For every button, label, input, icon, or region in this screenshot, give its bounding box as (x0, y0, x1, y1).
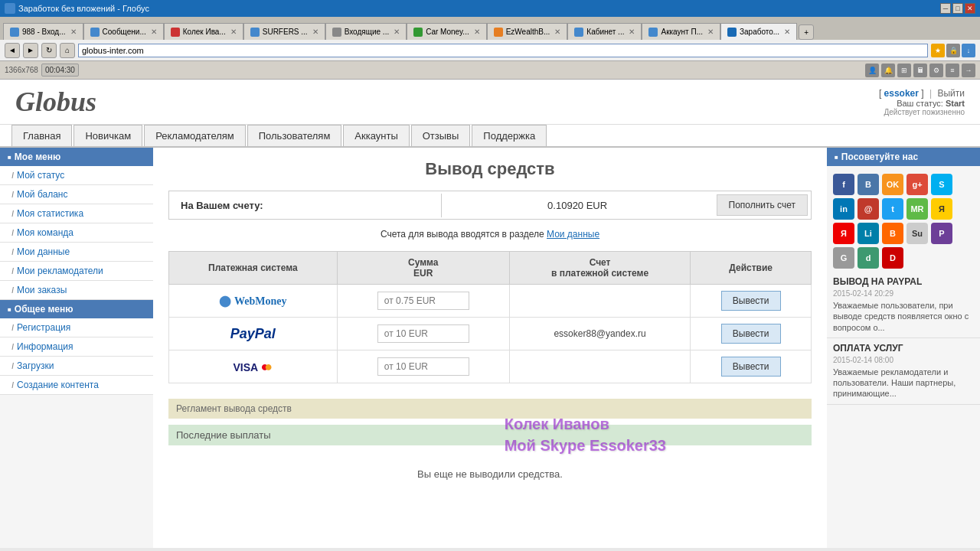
main-content: Вывод средств На Вашем счету: 0.10920 EU… (153, 148, 827, 548)
main-layout: Мое меню Мой статус Мой баланс Моя стати… (0, 148, 980, 548)
table-row-visa: VISA ●● Вывести (169, 350, 812, 383)
payment-system-paypal: PayPal (169, 318, 338, 350)
amount-input-paypal[interactable] (377, 324, 469, 343)
user-icon: 👤 (865, 64, 879, 77)
regulations-section[interactable]: Регламент вывода средств (168, 399, 812, 419)
tab-ezwealth[interactable]: EzWealthB...✕ (487, 23, 568, 40)
calc-icon: 🖩 (913, 64, 927, 77)
amount-input-visa[interactable] (377, 357, 469, 376)
sidebar-item-stats[interactable]: Моя статистика (0, 204, 153, 223)
withdraw-button-visa[interactable]: Вывести (721, 357, 781, 377)
tab-surfers[interactable]: SURFERS ...✕ (243, 23, 325, 40)
tab-account[interactable]: Аккаунт П...✕ (642, 23, 720, 40)
blogger-icon[interactable]: B (882, 223, 903, 244)
amount-cell-visa (337, 350, 509, 383)
tab-inbox[interactable]: Входящие ...✕ (325, 23, 407, 40)
nav-home[interactable]: Главная (11, 125, 72, 146)
payment-system-visa: VISA ●● (169, 350, 338, 383)
toolbar-icons: ★ 🔒 ↓ (931, 44, 975, 57)
stumble-icon[interactable]: Su (906, 223, 928, 244)
skype-icon[interactable]: S (931, 174, 952, 195)
news-services: ОПЛАТА УСЛУГ 2015-02-14 08:00 Уважаемые … (827, 338, 980, 405)
mymail-icon[interactable]: MR (906, 198, 928, 220)
table-row-paypal: PayPal essoker88@yandex.ru Вывести (169, 318, 812, 350)
yandex-icon[interactable]: Я (931, 198, 952, 220)
twitter-icon[interactable]: t (882, 198, 903, 220)
withdraw-button-paypal[interactable]: Вывести (721, 324, 781, 344)
sidebar-item-team[interactable]: Моя команда (0, 223, 153, 243)
menu-icon[interactable]: ≡ (946, 64, 959, 77)
sidebar-item-balance[interactable]: Мой баланс (0, 185, 153, 204)
vkontakte-icon[interactable]: В (858, 174, 879, 195)
th-action: Действие (691, 252, 812, 285)
bookmark-star-icon[interactable]: ★ (931, 44, 945, 57)
tab-carmoney[interactable]: Car Money...✕ (407, 23, 487, 40)
title-bar-buttons: ─ □ ✕ (940, 3, 975, 14)
webmoney-logo: ⬤ WebMoney (219, 295, 286, 307)
username-display: essoker (884, 88, 919, 99)
sidebar-item-create-content[interactable]: Создание контента (0, 376, 153, 395)
download-icon[interactable]: ↓ (962, 44, 975, 57)
alert-icon: 🔔 (881, 64, 895, 77)
nav-newbies[interactable]: Новичкам (74, 125, 142, 146)
digg-icon[interactable]: D (882, 247, 903, 269)
refill-button[interactable]: Пополнить счет (717, 194, 808, 216)
tab-cabinet[interactable]: Кабинет ...✕ (567, 23, 642, 40)
forward-button[interactable]: ► (23, 43, 38, 58)
balance-label: На Вашем счету: (169, 194, 442, 217)
address-input[interactable] (78, 44, 928, 57)
account-cell-visa (509, 350, 691, 383)
reload-button[interactable]: ↻ (41, 43, 57, 58)
my-data-link[interactable]: Мои данные (547, 229, 599, 240)
google-plus-icon[interactable]: g+ (906, 174, 928, 195)
minimize-button[interactable]: ─ (940, 3, 951, 14)
lock-icon: 🔒 (946, 44, 960, 57)
nav-advertisers[interactable]: Рекламодателям (144, 125, 246, 146)
sidebar-item-downloads[interactable]: Загрузки (0, 357, 153, 376)
tab-kolek[interactable]: Колек Ива...✕ (164, 23, 243, 40)
sidebar-item-data[interactable]: Мои данные (0, 243, 153, 262)
my-menu-header: Мое меню (0, 148, 153, 166)
tab-zarabok[interactable]: Заработо...✕ (720, 23, 797, 40)
sidebar-item-registration[interactable]: Регистрация (0, 318, 153, 337)
back-button[interactable]: ◄ (5, 43, 20, 58)
action-cell-pp: Вывести (691, 318, 812, 350)
general-menu-header: Общее меню (0, 300, 153, 318)
pinterest-icon[interactable]: P (931, 223, 952, 244)
maximize-button[interactable]: □ (952, 3, 963, 14)
new-tab-button[interactable]: + (799, 24, 814, 40)
amount-cell-pp (337, 318, 509, 350)
mail-icon[interactable]: @ (858, 198, 879, 220)
linkedin-icon[interactable]: in (833, 198, 854, 220)
news-services-text: Уважаемые рекламодатели и пользователи. … (833, 367, 974, 399)
home-button[interactable]: ⌂ (60, 43, 75, 58)
yandex2-icon[interactable]: Я (833, 223, 854, 244)
nav-accounts[interactable]: Аккаунты (343, 125, 409, 146)
news-paypal-date: 2015-02-14 20:29 (833, 289, 974, 298)
close-button[interactable]: ✕ (965, 3, 975, 14)
sidebar-item-orders[interactable]: Мои заказы (0, 281, 153, 300)
nav-users[interactable]: Пользователям (247, 125, 342, 146)
news-services-title: ОПЛАТА УСЛУГ (833, 343, 974, 354)
th-payment-system: Платежная система (169, 252, 338, 285)
right-sidebar: Посоветуйте нас f В OK g+ S in @ t MR Я … (827, 148, 980, 548)
facebook-icon[interactable]: f (833, 174, 854, 195)
tab-messages[interactable]: Сообщени...✕ (83, 23, 164, 40)
delicious-icon[interactable]: d (858, 247, 879, 269)
nav-reviews[interactable]: Отзывы (411, 125, 471, 146)
sidebar-item-advertisers[interactable]: Мои рекламодатели (0, 262, 153, 281)
tab-988[interactable]: 988 - Вход...✕ (3, 23, 83, 40)
withdraw-button-webmoney[interactable]: Вывести (721, 291, 781, 311)
sidebar-item-info[interactable]: Информация (0, 337, 153, 357)
browser-chrome: Заработок без вложений - Глобус ─ □ ✕ 98… (0, 0, 980, 80)
forward2-icon[interactable]: → (962, 64, 975, 77)
logout-link[interactable]: Выйти (937, 88, 965, 99)
amount-input-webmoney[interactable] (377, 292, 469, 310)
record-button[interactable]: 00:04:30 (41, 64, 79, 77)
liveinternet-icon[interactable]: Li (858, 223, 879, 244)
google-reader-icon[interactable]: G (833, 247, 854, 269)
sidebar-item-status[interactable]: Мой статус (0, 166, 153, 185)
nav-support[interactable]: Поддержка (472, 125, 547, 146)
settings-icon[interactable]: ⚙ (929, 64, 943, 77)
odnoklassniki-icon[interactable]: OK (882, 174, 903, 195)
